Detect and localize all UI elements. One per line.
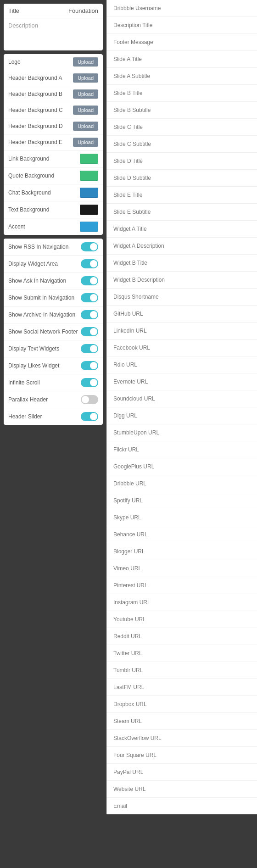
right-row-label-1: Description Title	[113, 22, 152, 28]
toggle-switch-8[interactable]	[81, 378, 98, 387]
right-row-label-18: GitHub URL	[113, 311, 143, 317]
right-row-11[interactable]: Slide E Title	[107, 187, 257, 204]
right-row-3[interactable]: Slide A Title	[107, 51, 257, 68]
right-row-20[interactable]: Facebook URL	[107, 339, 257, 356]
toggle-switch-0[interactable]	[81, 242, 98, 251]
right-row-33[interactable]: Vimeo URL	[107, 560, 257, 577]
right-row-label-14: Widget A Description	[113, 243, 164, 249]
color-swatch-9[interactable]	[80, 205, 98, 215]
upload-row-label-5: Header Background E	[8, 139, 73, 145]
right-row-12[interactable]: Slide E Subtitle	[107, 204, 257, 221]
right-row-39[interactable]: Tumblr URL	[107, 662, 257, 679]
right-row-26[interactable]: Flickr URL	[107, 441, 257, 458]
color-swatch-8[interactable]	[80, 188, 98, 198]
right-row-31[interactable]: Behance URL	[107, 526, 257, 543]
upload-row-label-3: Header Background C	[8, 107, 73, 113]
right-row-40[interactable]: LastFM URL	[107, 679, 257, 696]
toggle-switch-5[interactable]	[81, 327, 98, 336]
description-label: Description	[8, 22, 38, 29]
right-row-25[interactable]: StumbleUpon URL	[107, 424, 257, 441]
right-row-label-24: Digg URL	[113, 412, 137, 419]
right-row-label-6: Slide B Subtitle	[113, 107, 151, 113]
right-row-label-21: Rdio URL	[113, 362, 137, 368]
right-row-21[interactable]: Rdio URL	[107, 356, 257, 373]
right-row-9[interactable]: Slide D Title	[107, 153, 257, 170]
toggle-switch-4[interactable]	[81, 310, 98, 319]
right-row-label-3: Slide A Title	[113, 56, 142, 62]
toggle-switch-6[interactable]	[81, 344, 98, 353]
right-row-35[interactable]: Instagram URL	[107, 594, 257, 611]
toggle-row-8: Infinite Scroll	[4, 374, 103, 391]
right-row-label-15: Widget B Title	[113, 260, 147, 266]
upload-button-0[interactable]: Upload	[73, 57, 98, 67]
right-row-19[interactable]: LinkedIn URL	[107, 323, 257, 339]
right-row-38[interactable]: Twitter URL	[107, 645, 257, 662]
toggle-row-7: Display Likes Widget	[4, 357, 103, 374]
right-row-24[interactable]: Digg URL	[107, 407, 257, 424]
color-swatch-10[interactable]	[80, 222, 98, 232]
right-row-label-4: Slide A Subtitle	[113, 73, 150, 79]
right-row-37[interactable]: Reddit URL	[107, 628, 257, 645]
right-row-45[interactable]: PayPal URL	[107, 764, 257, 781]
right-row-30[interactable]: Skype URL	[107, 509, 257, 526]
color-swatch-6[interactable]	[80, 154, 98, 164]
upload-row-0: LogoUpload	[4, 54, 103, 70]
upload-button-5[interactable]: Upload	[73, 138, 98, 147]
right-row-8[interactable]: Slide C Subtitle	[107, 136, 257, 153]
toggle-switch-7[interactable]	[81, 361, 98, 370]
right-row-13[interactable]: Widget A Title	[107, 221, 257, 238]
right-row-43[interactable]: StackOverflow URL	[107, 730, 257, 747]
right-row-18[interactable]: GitHub URL	[107, 306, 257, 323]
right-row-42[interactable]: Steam URL	[107, 713, 257, 730]
right-row-7[interactable]: Slide C Title	[107, 119, 257, 136]
right-row-44[interactable]: Four Square URL	[107, 747, 257, 764]
right-row-34[interactable]: Pinterest URL	[107, 577, 257, 594]
right-row-5[interactable]: Slide B Title	[107, 85, 257, 102]
title-value: Foundation	[68, 7, 98, 14]
upload-row-label-6: Link Background	[8, 156, 80, 162]
upload-row-label-10: Accent	[8, 223, 80, 230]
toggle-switch-10[interactable]	[81, 412, 98, 421]
toggle-switch-9[interactable]	[81, 395, 98, 404]
upload-button-1[interactable]: Upload	[73, 73, 98, 83]
upload-row-7: Quote Background	[4, 167, 103, 184]
toggle-label-0: Show RSS In Navigation	[8, 244, 81, 250]
right-row-label-46: Website URL	[113, 786, 145, 792]
right-row-label-39: Tumblr URL	[113, 667, 143, 673]
upload-button-2[interactable]: Upload	[73, 89, 98, 99]
toggle-switch-1[interactable]	[81, 259, 98, 268]
right-row-2[interactable]: Footer Message	[107, 34, 257, 51]
right-row-label-43: StackOverflow URL	[113, 735, 162, 741]
right-row-4[interactable]: Slide A Subtitle	[107, 68, 257, 85]
right-row-23[interactable]: Soundcloud URL	[107, 390, 257, 407]
upload-button-3[interactable]: Upload	[73, 106, 98, 115]
color-swatch-7[interactable]	[80, 171, 98, 181]
right-row-17[interactable]: Disqus Shortname	[107, 289, 257, 306]
right-row-46[interactable]: Website URL	[107, 781, 257, 798]
toggle-switch-3[interactable]	[81, 293, 98, 302]
right-row-0[interactable]: Dribbble Username	[107, 0, 257, 17]
right-row-36[interactable]: Youtube URL	[107, 611, 257, 628]
right-row-14[interactable]: Widget A Description	[107, 238, 257, 255]
right-row-29[interactable]: Spotify URL	[107, 492, 257, 509]
toggle-switch-2[interactable]	[81, 276, 98, 285]
right-row-47[interactable]: Email	[107, 798, 257, 814]
right-row-label-40: LastFM URL	[113, 684, 144, 690]
right-row-28[interactable]: Dribbble URL	[107, 475, 257, 492]
right-row-41[interactable]: Dropbox URL	[107, 696, 257, 713]
upload-button-4[interactable]: Upload	[73, 122, 98, 131]
right-row-16[interactable]: Widget B Description	[107, 272, 257, 289]
right-row-32[interactable]: Blogger URL	[107, 543, 257, 560]
right-row-label-16: Widget B Description	[113, 277, 165, 283]
right-row-1[interactable]: Description Title	[107, 17, 257, 34]
right-row-label-34: Pinterest URL	[113, 582, 148, 589]
right-row-10[interactable]: Slide D Subtitle	[107, 170, 257, 187]
right-row-27[interactable]: GooglePlus URL	[107, 458, 257, 475]
right-row-label-35: Instagram URL	[113, 599, 151, 606]
toggle-label-7: Display Likes Widget	[8, 362, 81, 369]
upload-row-label-0: Logo	[8, 59, 73, 65]
right-row-22[interactable]: Evernote URL	[107, 373, 257, 390]
right-row-15[interactable]: Widget B Title	[107, 255, 257, 272]
right-row-label-26: Flickr URL	[113, 446, 139, 453]
right-row-6[interactable]: Slide B Subtitle	[107, 102, 257, 119]
